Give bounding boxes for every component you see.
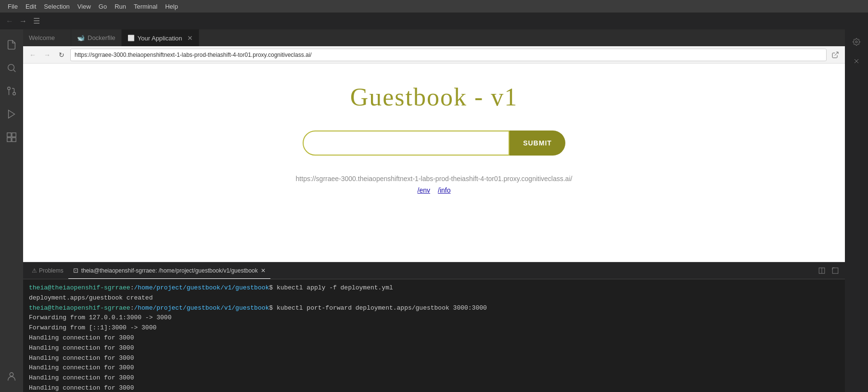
menu-file[interactable]: File xyxy=(4,0,22,13)
svg-rect-7 xyxy=(12,133,16,137)
svg-marker-5 xyxy=(9,110,15,118)
run-debug-icon[interactable] xyxy=(0,103,23,126)
source-control-icon[interactable] xyxy=(0,79,23,103)
dockerfile-icon: 🐋 xyxy=(77,34,85,41)
terminal-line-10: Handling connection for 3000 xyxy=(29,373,839,383)
svg-point-0 xyxy=(8,65,14,71)
activity-bar xyxy=(0,29,23,392)
menu-go[interactable]: Go xyxy=(95,0,111,13)
terminal-line-11: Handling connection for 3000 xyxy=(29,383,839,392)
terminal-line-3: theia@theiaopenshif-sgrraee:/home/projec… xyxy=(29,303,839,314)
tab-dockerfile-label: Dockerfile xyxy=(88,34,115,41)
main-container: Welcome 🐋 Dockerfile ⬜ Your Application … xyxy=(0,29,868,392)
url-text: https://sgrraee-3000.theiaopenshiftnext-… xyxy=(75,52,312,58)
terminal-line-6: Handling connection for 3000 xyxy=(29,333,839,343)
svg-point-15 xyxy=(855,41,857,43)
guestbook-input[interactable] xyxy=(303,131,510,156)
menu-selection[interactable]: Selection xyxy=(40,0,73,13)
terminal-content: theia@theiaopenshif-sgrraee:/home/projec… xyxy=(23,279,845,392)
tab-close-icon[interactable]: ✕ xyxy=(187,34,193,42)
editor-tabs: Welcome 🐋 Dockerfile ⬜ Your Application … xyxy=(23,29,845,46)
menu-help[interactable]: Help xyxy=(161,0,182,13)
svg-rect-14 xyxy=(832,268,838,274)
top-nav: ← → ☰ xyxy=(0,13,868,29)
terminal-line-1: theia@theiaopenshif-sgrraee:/home/projec… xyxy=(29,283,839,293)
menu-view[interactable]: View xyxy=(74,0,95,13)
terminal-close-icon[interactable]: ✕ xyxy=(261,267,266,274)
svg-point-10 xyxy=(10,373,13,376)
warning-icon: ⚠ xyxy=(32,267,37,274)
menu-bar: File Edit Selection View Go Run Terminal… xyxy=(0,0,868,13)
extensions-icon[interactable] xyxy=(0,126,23,149)
terminal-line-5: Forwarding from [::1]:3000 -> 3000 xyxy=(29,323,839,333)
svg-line-11 xyxy=(835,52,838,55)
account-icon[interactable] xyxy=(0,365,23,388)
sidebar-toggle[interactable]: ☰ xyxy=(31,15,42,27)
close-panel-icon[interactable] xyxy=(848,52,865,70)
terminal-tab-label: theia@theiaopenshif-sgrraee: /home/proje… xyxy=(81,267,258,274)
right-panel xyxy=(845,29,868,392)
browser-forward-button[interactable]: → xyxy=(41,49,53,61)
back-button[interactable]: ← xyxy=(4,15,15,27)
browser-tab-icon: ⬜ xyxy=(128,35,135,41)
svg-line-1 xyxy=(13,70,15,72)
menu-run[interactable]: Run xyxy=(111,0,130,13)
browser-refresh-button[interactable]: ↻ xyxy=(56,49,67,61)
svg-point-2 xyxy=(13,92,16,95)
guestbook-form: SUBMIT xyxy=(303,131,565,156)
menu-edit[interactable]: Edit xyxy=(22,0,40,13)
problems-label: Problems xyxy=(39,267,64,274)
tab-welcome[interactable]: Welcome xyxy=(23,29,71,46)
files-icon[interactable] xyxy=(0,33,23,56)
terminal-actions xyxy=(816,265,841,276)
tab-welcome-label: Welcome xyxy=(29,34,55,41)
guestbook-links: /env /info xyxy=(418,186,451,194)
terminal-line-9: Handling connection for 3000 xyxy=(29,363,839,373)
menu-terminal[interactable]: Terminal xyxy=(130,0,161,13)
search-icon[interactable] xyxy=(0,56,23,79)
terminal-line-8: Handling connection for 3000 xyxy=(29,353,839,364)
terminal-line-7: Handling connection for 3000 xyxy=(29,343,839,353)
svg-rect-9 xyxy=(12,138,16,142)
maximize-terminal-button[interactable] xyxy=(830,265,841,276)
guestbook-url-display: https://sgrraee-3000.theiaopenshiftnext-… xyxy=(296,175,573,183)
address-bar[interactable]: https://sgrraee-3000.theiaopenshiftnext-… xyxy=(70,49,827,61)
svg-point-3 xyxy=(8,87,11,90)
guestbook-title: Guestbook - v1 xyxy=(350,83,518,111)
split-terminal-button[interactable] xyxy=(816,265,828,276)
terminal-line-4: Forwarding from 127.0.0.1:3000 -> 3000 xyxy=(29,313,839,323)
guestbook-submit-button[interactable]: SUBMIT xyxy=(510,131,565,156)
problems-tab[interactable]: ⚠ Problems xyxy=(27,262,68,279)
terminal-area: ⚠ Problems ⊡ theia@theiaopenshif-sgrraee… xyxy=(23,262,845,392)
browser-back-button[interactable]: ← xyxy=(27,49,38,61)
env-link[interactable]: /env xyxy=(418,186,430,194)
svg-rect-8 xyxy=(7,138,11,142)
browser-toolbar: ← → ↻ https://sgrraee-3000.theiaopenshif… xyxy=(23,46,845,64)
terminal-line-2: deployment.apps/guestbook created xyxy=(29,293,839,303)
open-external-button[interactable] xyxy=(830,49,841,61)
tab-your-application-label: Your Application xyxy=(138,35,182,42)
terminal-icon: ⊡ xyxy=(73,267,78,274)
terminal-tabs: ⚠ Problems ⊡ theia@theiaopenshif-sgrraee… xyxy=(23,262,845,279)
browser-content: Guestbook - v1 SUBMIT https://sgrraee-30… xyxy=(23,64,845,262)
editor-area: Welcome 🐋 Dockerfile ⬜ Your Application … xyxy=(23,29,845,392)
browser-frame: ← → ↻ https://sgrraee-3000.theiaopenshif… xyxy=(23,46,845,262)
tab-dockerfile[interactable]: 🐋 Dockerfile xyxy=(71,29,122,46)
svg-rect-6 xyxy=(7,133,11,137)
settings-icon[interactable] xyxy=(848,33,865,51)
terminal-tab-main[interactable]: ⊡ theia@theiaopenshif-sgrraee: /home/pro… xyxy=(68,262,270,279)
tab-your-application[interactable]: ⬜ Your Application ✕ xyxy=(122,29,199,46)
forward-button[interactable]: → xyxy=(17,15,29,27)
info-link[interactable]: /info xyxy=(438,186,450,194)
